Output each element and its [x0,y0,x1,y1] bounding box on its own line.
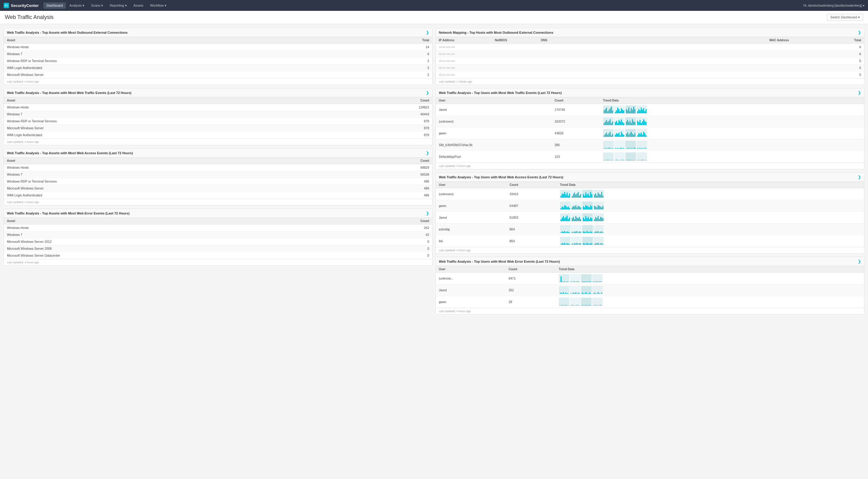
col-asset: Asset [4,218,347,224]
nav-dashboard[interactable]: Dashboard [43,2,66,9]
nav-reporting[interactable]: Reporting ▾ [107,2,130,9]
cell-count: 864 [507,224,557,235]
table-row: WMI Login Authenticated2 [4,64,432,71]
cell-network [767,64,831,71]
panel-user-web-error-table: User Count Trend Data (unknow...8471Jare… [436,266,864,308]
cell-user: estrellaj [436,224,507,235]
cell-network [492,64,538,71]
table-row: gwen54487 [436,200,864,212]
table-row: Windows 76 [4,51,432,58]
table-row: Microsoft Windows Server878 [4,125,432,132]
cell-asset: Windows Hosts [4,164,342,171]
cell-trend [600,151,864,163]
cell-network: 6 [831,44,864,51]
table-row: Microsoft Windows Server2 [4,71,432,78]
cell-user: (unknown) [436,116,552,127]
nav-workflow[interactable]: Workflow ▾ [147,2,169,9]
table-row: estrellaj864 [436,224,864,235]
user-menu[interactable]: Hi, davidschwalenberg [davidschwalenberg… [804,4,864,7]
col-ip: IP Address [436,37,492,44]
col-count: Count [347,218,432,224]
table-row: Windows RDP or Terminal Services2 [4,58,432,64]
table-row: (unknow...8471 [436,273,864,284]
expand-icon[interactable]: ❯ [858,90,861,95]
expand-icon[interactable]: ❯ [858,175,861,179]
cell-network [538,58,767,64]
cell-asset: WMI Login Authenticated [4,132,334,138]
panel-top-web-access-table: Asset Count Windows Hosts98829Windows 75… [4,158,432,199]
nav-scans[interactable]: Scans ▾ [88,2,106,9]
expand-icon[interactable]: ❯ [426,211,429,215]
panel-top-web-access-footer: Last Updated: 4 hours ago [4,199,432,205]
cell-asset: Microsoft Windows Server [4,125,334,132]
panel-network-mapping-table: IP Address NetBIOS DNS MAC Address Total… [436,37,864,78]
table-row: Jared51803 [436,212,864,224]
panel-network-mapping-header: Network Mapping - Top Hosts with Most Ou… [436,28,864,37]
cell-network: 40.xx.xxx.xxx [436,64,492,71]
panel-top-web-traffic-table: Asset Count Windows Hosts128822Windows 7… [4,97,432,138]
cell-network [767,58,831,64]
col-trend: Trend Data [557,182,864,188]
cell-value: 98829 [342,164,432,171]
panel-top-web-traffic-title: Web Traffic Analysis - Top Assets with M… [7,91,131,95]
logo-icon: SC [4,3,9,8]
cell-user: gwen [436,296,505,308]
expand-icon[interactable]: ❯ [426,30,429,35]
cell-asset: Windows Hosts [4,104,334,111]
table-row: Windows RDP or Terminal Services878 [4,118,432,125]
col-mac: MAC Address [767,37,831,44]
cell-network [538,64,767,71]
table-row: Microsoft Windows Server496 [4,185,432,192]
table-row: Windows Hosts262 [4,224,432,231]
table-row: gwen28 [436,296,864,308]
table-row: (unknown)163372 [436,116,864,127]
col-trend: Trend Data [556,266,864,273]
panel-top-web-traffic: Web Traffic Analysis - Top Assets with M… [4,88,433,145]
col-count: Count [507,182,557,188]
expand-icon[interactable]: ❯ [426,90,429,95]
cell-user: Jared [436,212,507,224]
cell-value: 0 [347,245,432,252]
nav-analysis[interactable]: Analysis ▾ [66,2,87,9]
nav-assets[interactable]: Assets [130,2,147,9]
cell-value: 2 [351,58,432,64]
cell-trend [556,284,864,296]
col-dns: DNS [538,37,767,44]
table-row: 40.xx.xxx.xxx5 [436,71,864,78]
cell-value: 46443 [334,111,432,118]
cell-asset: Windows RDP or Terminal Services [4,118,334,125]
cell-network [767,44,831,51]
cell-network: 5 [831,58,864,64]
cell-count: 385 [552,139,600,151]
cell-trend [600,127,864,139]
cell-value: 6 [351,51,432,58]
expand-icon[interactable]: ❯ [426,151,429,155]
panel-user-web-access-header: Web Traffic Analysis - Top Users with Mo… [436,172,864,182]
cell-value: 2 [351,71,432,78]
table-row: Windows Hosts98829 [4,164,432,171]
col-asset: Asset [4,37,351,44]
panel-user-web-error-header: Web Traffic Analysis - Top Users with Mo… [436,257,864,266]
cell-count: 43626 [552,127,600,139]
expand-icon[interactable]: ❯ [858,30,861,35]
switch-dashboard-button[interactable]: Switch Dashboard ▾ [827,14,863,21]
table-row: Windows 742 [4,231,432,238]
cell-asset: Windows Hosts [4,44,351,51]
panel-user-web-error: Web Traffic Analysis - Top Users with Mo… [435,257,864,315]
panel-top-outbound-footer: Last Updated: 4 hours ago [4,78,432,85]
table-row: Windows Hosts14 [4,44,432,51]
table-row: Windows RDP or Terminal Services496 [4,178,432,185]
cell-user: DefaultAppPool [436,151,552,163]
panel-top-web-error-title: Web Traffic Analysis - Top Assets with M… [7,212,130,215]
cell-asset: Microsoft Windows Server Datacenter [4,252,347,259]
cell-count: 54487 [507,200,557,212]
panel-network-mapping-footer: Last Updated: 1 minute ago [436,78,864,85]
panel-user-web-error-title: Web Traffic Analysis - Top Users with Mo… [439,260,560,263]
cell-network: 10.xx.xxx.xxx [436,44,492,51]
cell-count: 153 [552,151,600,163]
cell-value: 496 [342,178,432,185]
brand: SC SecurityCenter [4,3,38,8]
cell-network [538,44,767,51]
expand-icon[interactable]: ❯ [858,259,861,264]
brand-name: SecurityCenter [11,3,38,8]
